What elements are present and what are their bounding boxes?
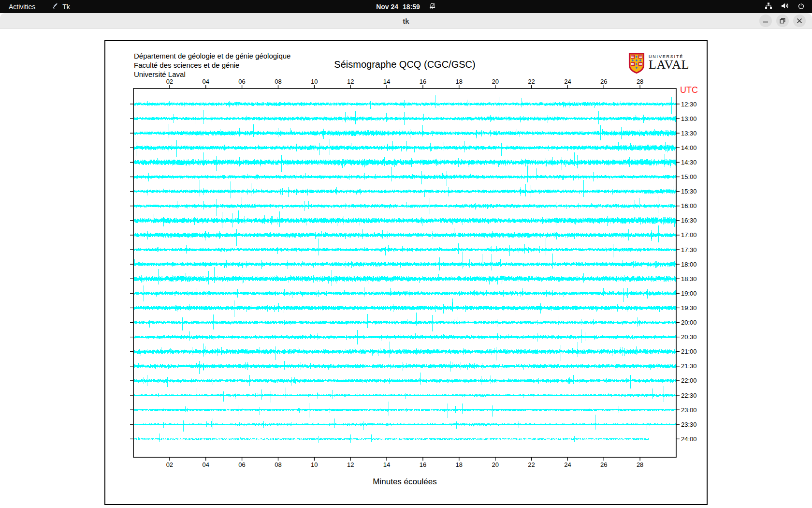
x-tick-top-08: 08 bbox=[275, 78, 281, 85]
trace-row-18:30 bbox=[133, 266, 676, 286]
time-label-16:30: 16:30 bbox=[681, 217, 697, 224]
trace-row-21:00 bbox=[133, 342, 676, 361]
window-controls bbox=[759, 15, 806, 27]
x-tick-bottom-12: 12 bbox=[347, 461, 354, 468]
gnome-top-bar: Activities Tk Nov 24 18:59 bbox=[0, 0, 812, 13]
plot-border bbox=[133, 89, 676, 457]
x-tick-top-22: 22 bbox=[528, 78, 535, 85]
x-tick-top-10: 10 bbox=[311, 78, 318, 85]
network-icon bbox=[765, 2, 772, 11]
time-label-18:00: 18:00 bbox=[681, 261, 697, 268]
x-tick-bottom-26: 26 bbox=[600, 461, 607, 468]
trace-row-17:00 bbox=[133, 225, 676, 246]
time-label-18:30: 18:30 bbox=[681, 275, 697, 283]
x-tick-bottom-04: 04 bbox=[202, 461, 209, 468]
x-tick-top-12: 12 bbox=[347, 78, 354, 85]
trace-rows bbox=[133, 95, 676, 443]
time-label-15:30: 15:30 bbox=[681, 188, 697, 195]
trace-row-16:00 bbox=[133, 196, 676, 216]
close-icon[interactable] bbox=[793, 15, 806, 27]
tk-feather-icon bbox=[52, 2, 59, 11]
x-axis-ticks bbox=[170, 85, 640, 461]
x-tick-bottom-14: 14 bbox=[383, 461, 390, 468]
x-tick-top-28: 28 bbox=[637, 78, 643, 85]
time-label-22:00: 22:00 bbox=[681, 377, 697, 384]
x-tick-top-04: 04 bbox=[202, 78, 209, 85]
x-axis-title: Minutes écoulées bbox=[133, 477, 676, 487]
x-tick-bottom-24: 24 bbox=[564, 461, 571, 468]
x-tick-bottom-22: 22 bbox=[528, 461, 535, 468]
window-title: tk bbox=[0, 13, 812, 29]
trace-row-20:00 bbox=[133, 313, 676, 331]
trace-row-15:30 bbox=[133, 180, 676, 198]
time-axis-labels: 12:3013:0013:3014:0014:3015:0015:3016:00… bbox=[681, 101, 697, 443]
clock: Nov 24 18:59 bbox=[376, 3, 420, 11]
system-status-area[interactable] bbox=[765, 0, 812, 13]
time-label-15:00: 15:00 bbox=[681, 173, 697, 180]
clock-time: 18:59 bbox=[403, 3, 420, 11]
x-tick-top-24: 24 bbox=[564, 78, 571, 85]
time-label-21:30: 21:30 bbox=[681, 362, 697, 370]
x-tick-bottom-20: 20 bbox=[492, 461, 498, 468]
maximize-button[interactable] bbox=[776, 15, 789, 27]
clock-date: Nov 24 bbox=[376, 3, 398, 11]
time-label-17:30: 17:30 bbox=[681, 246, 697, 254]
x-tick-bottom-08: 08 bbox=[275, 461, 281, 468]
trace-row-13:00 bbox=[133, 110, 676, 125]
row-ticks bbox=[130, 104, 680, 439]
trace-row-18:00 bbox=[133, 252, 676, 271]
seismograph-plot-svg: 0202040406060808101012121414161618182020… bbox=[105, 41, 707, 504]
desktop-screen: Activities Tk Nov 24 18:59 bbox=[0, 0, 812, 508]
time-label-21:00: 21:00 bbox=[681, 348, 697, 355]
minimize-button[interactable] bbox=[759, 15, 772, 27]
time-label-19:30: 19:30 bbox=[681, 304, 697, 312]
time-label-14:30: 14:30 bbox=[681, 159, 697, 166]
trace-row-23:30 bbox=[133, 415, 676, 432]
trace-row-12:30 bbox=[133, 95, 676, 114]
time-label-19:00: 19:00 bbox=[681, 290, 697, 297]
trace-row-19:00 bbox=[133, 284, 676, 302]
top-bar-left: Activities Tk bbox=[0, 0, 70, 13]
power-icon bbox=[798, 2, 805, 11]
seismograph-canvas: Département de géologie et de génie géol… bbox=[104, 40, 708, 505]
volume-icon bbox=[781, 2, 789, 11]
x-tick-top-14: 14 bbox=[383, 78, 390, 85]
trace-row-21:30 bbox=[133, 361, 676, 374]
x-tick-top-16: 16 bbox=[420, 78, 426, 85]
trace-row-14:00 bbox=[133, 139, 676, 157]
trace-row-24:00 bbox=[133, 433, 649, 443]
x-tick-top-18: 18 bbox=[456, 78, 463, 85]
time-label-24:00: 24:00 bbox=[681, 435, 697, 443]
trace-row-20:30 bbox=[133, 329, 676, 344]
x-tick-bottom-02: 02 bbox=[166, 461, 173, 468]
time-label-20:00: 20:00 bbox=[681, 319, 697, 326]
bell-slash-icon bbox=[429, 2, 436, 11]
trace-row-16:30 bbox=[133, 210, 676, 228]
time-label-23:30: 23:30 bbox=[681, 421, 697, 428]
trace-row-15:00 bbox=[133, 165, 676, 186]
time-label-12:30: 12:30 bbox=[681, 101, 697, 108]
x-tick-top-02: 02 bbox=[166, 78, 173, 85]
time-label-13:30: 13:30 bbox=[681, 130, 697, 137]
time-label-17:00: 17:00 bbox=[681, 231, 697, 239]
running-app-button[interactable]: Tk bbox=[52, 2, 70, 11]
clock-area[interactable]: Nov 24 18:59 bbox=[376, 0, 436, 13]
trace-row-13:30 bbox=[133, 124, 676, 140]
running-app-label: Tk bbox=[62, 3, 70, 11]
x-tick-bottom-16: 16 bbox=[420, 461, 426, 468]
time-label-22:30: 22:30 bbox=[681, 392, 697, 399]
x-tick-top-20: 20 bbox=[492, 78, 498, 85]
time-label-13:00: 13:00 bbox=[681, 115, 697, 122]
time-label-23:00: 23:00 bbox=[681, 406, 697, 414]
trace-row-17:30 bbox=[133, 238, 676, 257]
time-label-14:00: 14:00 bbox=[681, 144, 697, 151]
trace-row-19:30 bbox=[133, 299, 676, 317]
activities-button[interactable]: Activities bbox=[0, 0, 44, 13]
x-tick-bottom-10: 10 bbox=[311, 461, 318, 468]
time-label-16:00: 16:00 bbox=[681, 202, 697, 209]
trace-row-22:00 bbox=[133, 373, 676, 388]
trace-row-22:30 bbox=[133, 386, 676, 402]
x-tick-top-06: 06 bbox=[238, 78, 245, 85]
trace-row-14:30 bbox=[133, 152, 676, 172]
window-titlebar[interactable]: tk bbox=[0, 13, 812, 29]
